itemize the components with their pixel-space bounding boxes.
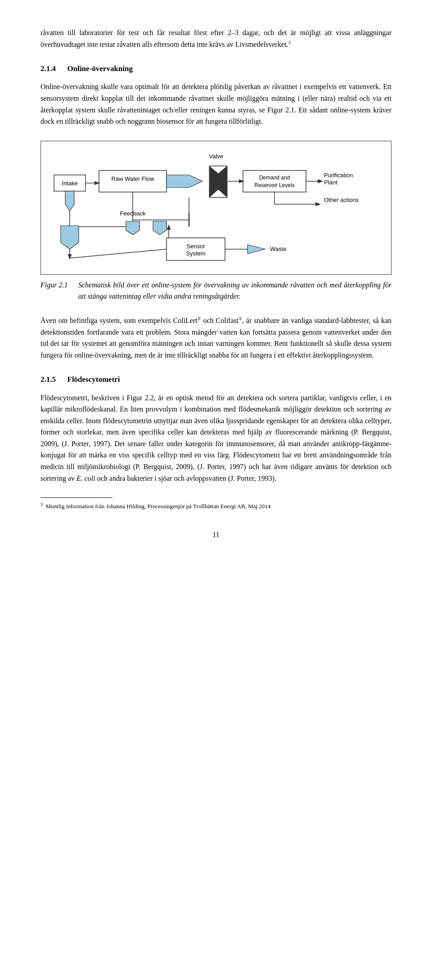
svg-marker-29 xyxy=(126,221,140,235)
section-number-214: 2.1.4 xyxy=(40,64,56,73)
sensor-system-label: Sensor xyxy=(186,243,205,250)
svg-marker-3 xyxy=(166,175,202,188)
section-number-215: 2.1.5 xyxy=(40,375,56,384)
footnote-number: 3 xyxy=(40,502,43,507)
svg-marker-28 xyxy=(153,221,166,235)
figure-21-container: Valve Intake Raw Water Flow xyxy=(40,141,392,275)
raw-water-flow-label: Raw Water Flow xyxy=(112,175,154,182)
page: råvatten till laboratorier för test och … xyxy=(0,0,432,980)
footnote-text: Muntlig information från Johanna Hilding… xyxy=(46,503,271,510)
other-actions-label: Other actions xyxy=(324,197,359,203)
purification-plant-label: Purification xyxy=(324,172,353,179)
section-title-215: Flödescytometri xyxy=(68,375,120,384)
paragraph-online-overvakning: Online-övervakning skulle vara optimalt … xyxy=(40,81,392,127)
diagram: Valve Intake Raw Water Flow xyxy=(45,150,387,267)
figure-caption-text: Schematisk bild över ett online-system f… xyxy=(78,279,392,302)
page-number: 11 xyxy=(40,529,392,541)
svg-marker-20 xyxy=(65,191,74,211)
footnote-divider xyxy=(40,497,112,498)
demand-reservoir-label: Demand and xyxy=(259,175,290,181)
sensor-system-label2: System xyxy=(186,250,205,257)
purification-plant-label2: Plant xyxy=(324,179,338,186)
valve-label: Valve xyxy=(209,153,223,160)
intake-label: Intake xyxy=(62,180,77,187)
figure-label: Figur 2.1 xyxy=(40,279,71,291)
demand-reservoir-label2: Reservoir Levels xyxy=(254,182,294,188)
section-heading-215: 2.1.5 Flödescytometri xyxy=(40,373,392,385)
section-heading-214: 2.1.4 Online-övervakning xyxy=(40,63,392,75)
svg-marker-26 xyxy=(248,245,266,254)
paragraph-flodescytometri: Flödescytometri, beskriven i Figur 2.2, … xyxy=(40,392,392,484)
footnote-ref-3: 3 xyxy=(288,40,290,45)
paragraph-intro: råvatten till laboratorier för test och … xyxy=(40,27,392,50)
section-title-214: Online-övervakning xyxy=(68,64,133,73)
svg-rect-9 xyxy=(243,170,306,192)
footnote: 3 Muntlig information från Johanna Hildi… xyxy=(40,501,392,511)
diagram-svg: Valve Intake Raw Water Flow xyxy=(50,150,382,267)
svg-marker-21 xyxy=(61,226,79,249)
paragraph-befintliga: Även om befintliga system, som exempelvi… xyxy=(40,315,392,361)
waste-label: Waste xyxy=(270,246,286,252)
svg-line-24 xyxy=(70,249,166,258)
figure-caption-row: Figur 2.1 Schematisk bild över ett onlin… xyxy=(40,279,392,302)
